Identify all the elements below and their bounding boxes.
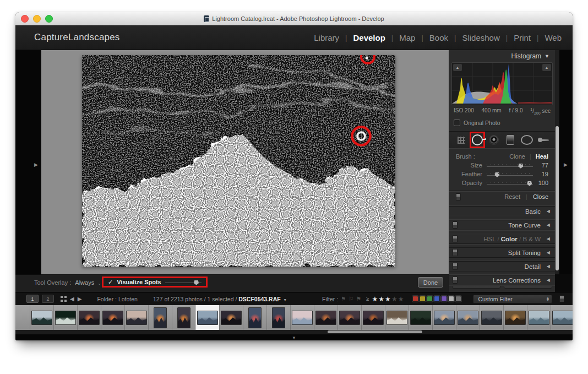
panel-header-detail[interactable]: Detail◀ bbox=[449, 261, 555, 272]
photo-thumbnail[interactable] bbox=[154, 307, 167, 328]
star-icon[interactable]: ★ bbox=[372, 295, 379, 303]
photo-thumbnail[interactable] bbox=[505, 311, 526, 325]
photo-thumbnail[interactable] bbox=[434, 311, 455, 325]
photo-thumbnail[interactable] bbox=[177, 307, 190, 328]
opacity-slider-thumb[interactable] bbox=[527, 181, 532, 186]
module-tab-develop[interactable]: Develop bbox=[353, 33, 385, 42]
reject-flag-icon[interactable]: ⚑ bbox=[356, 296, 361, 302]
filmstrip-cell[interactable] bbox=[101, 305, 124, 330]
histogram[interactable]: ▲ ▲ bbox=[451, 62, 553, 105]
pick-flag-icon[interactable]: ⚑ bbox=[341, 296, 346, 302]
opacity-slider[interactable] bbox=[487, 181, 533, 186]
expand-panel-icon[interactable]: ◀ bbox=[547, 278, 550, 283]
star-rating-filter[interactable]: ★★★★★ bbox=[372, 295, 405, 303]
photo-thumbnail[interactable] bbox=[79, 311, 100, 325]
histogram-panel-header[interactable]: Histogram ▼ bbox=[449, 50, 555, 62]
filmstrip-cell[interactable] bbox=[385, 305, 409, 330]
filmstrip-cell[interactable] bbox=[432, 305, 456, 330]
photo-thumbnail[interactable] bbox=[221, 311, 242, 325]
expand-left-panel-icon[interactable]: ▶ bbox=[34, 162, 38, 167]
module-tab-library[interactable]: Library bbox=[314, 33, 339, 42]
panel-switch-icon[interactable] bbox=[453, 235, 458, 242]
red-eye-tool[interactable] bbox=[488, 133, 500, 147]
size-slider-thumb[interactable] bbox=[518, 164, 523, 169]
spot-removal-tool[interactable] bbox=[471, 133, 483, 147]
photo-thumbnail[interactable] bbox=[481, 311, 502, 325]
panel-header-hsl-color-bw[interactable]: HSL / Color / B & W◀ bbox=[449, 234, 555, 244]
panel-header-tone-curve[interactable]: Tone Curve◀ bbox=[449, 220, 555, 230]
panel-switch-icon[interactable] bbox=[453, 263, 458, 270]
color-label-chip[interactable] bbox=[427, 296, 433, 302]
filmstrip-cell[interactable] bbox=[77, 305, 101, 330]
graduated-filter-tool[interactable] bbox=[504, 133, 516, 147]
filmstrip-cell[interactable] bbox=[243, 305, 266, 330]
unflagged-flag-icon[interactable]: ⚐ bbox=[349, 296, 353, 302]
brush-mode-clone[interactable]: Clone bbox=[509, 153, 525, 160]
highlight-clipping-toggle[interactable]: ▲ bbox=[542, 64, 551, 71]
photo-thumbnail[interactable] bbox=[31, 311, 52, 325]
color-label-chip[interactable] bbox=[455, 296, 461, 302]
filmstrip-cell[interactable] bbox=[124, 305, 148, 330]
shadow-clipping-toggle[interactable]: ▲ bbox=[453, 64, 462, 71]
left-panel-collapsed[interactable]: ▶ bbox=[15, 50, 41, 274]
panel-switch-icon[interactable] bbox=[453, 221, 458, 229]
radial-filter-tool[interactable] bbox=[521, 133, 533, 147]
original-photo-row[interactable]: Original Photo bbox=[449, 115, 555, 126]
panel-switch-icon[interactable] bbox=[453, 249, 458, 256]
star-icon[interactable]: ★ bbox=[391, 295, 398, 303]
visualize-spots-slider[interactable] bbox=[165, 280, 202, 285]
photo-thumbnail[interactable] bbox=[552, 311, 573, 325]
star-icon[interactable]: ★ bbox=[385, 295, 391, 303]
photo-thumbnail[interactable] bbox=[197, 311, 218, 325]
close-window-button[interactable] bbox=[21, 15, 29, 23]
tool-overlay-value[interactable]: Always bbox=[75, 279, 94, 286]
filmstrip-cell[interactable] bbox=[266, 305, 290, 330]
filmstrip-scroll-handle[interactable] bbox=[328, 330, 422, 333]
color-label-chip[interactable] bbox=[441, 296, 447, 302]
rating-compare-operator[interactable]: ≥ bbox=[366, 296, 369, 302]
module-tab-slideshow[interactable]: Slideshow bbox=[462, 33, 499, 42]
visualize-spots-photo[interactable] bbox=[82, 55, 395, 267]
color-label-chip[interactable] bbox=[412, 296, 418, 302]
module-tab-book[interactable]: Book bbox=[429, 33, 448, 42]
photo-thumbnail[interactable] bbox=[102, 311, 123, 325]
folder-breadcrumb[interactable]: Folder : Lofoten bbox=[97, 296, 138, 302]
filmstrip-cell[interactable] bbox=[30, 305, 53, 330]
next-photo-arrow-icon[interactable]: ▶ bbox=[78, 296, 82, 302]
done-button[interactable]: Done bbox=[418, 277, 443, 288]
panel-segment-color[interactable]: Color bbox=[501, 236, 518, 242]
photo-thumbnail[interactable] bbox=[292, 311, 313, 325]
star-icon[interactable]: ★ bbox=[398, 295, 405, 303]
photo-thumbnail[interactable] bbox=[458, 311, 478, 325]
photo-thumbnail[interactable] bbox=[410, 311, 431, 325]
primary-monitor-button[interactable]: 1 bbox=[26, 295, 39, 303]
filter-switch-icon[interactable] bbox=[559, 295, 564, 302]
tool-overlay-control[interactable]: Tool Overlay : Always ⌄ bbox=[34, 279, 101, 286]
collapse-filmstrip-icon[interactable]: ▼ bbox=[292, 335, 296, 340]
color-label-chip[interactable] bbox=[434, 296, 440, 302]
star-icon[interactable]: ★ bbox=[378, 295, 385, 303]
color-label-chip[interactable] bbox=[448, 296, 454, 302]
photo-thumbnail[interactable] bbox=[339, 311, 360, 325]
photo-thumbnail[interactable] bbox=[315, 311, 336, 325]
module-tab-web[interactable]: Web bbox=[545, 33, 562, 42]
filmstrip-cell[interactable] bbox=[480, 305, 503, 330]
expand-panel-icon[interactable]: ◀ bbox=[547, 223, 550, 227]
right-panel-scrollbar[interactable] bbox=[555, 50, 559, 274]
filmstrip-cell[interactable] bbox=[148, 305, 172, 330]
crop-overlay-tool[interactable] bbox=[455, 133, 467, 147]
photo-thumbnail[interactable] bbox=[272, 307, 285, 328]
custom-filter-dropdown[interactable]: Custom Filter ▲▼ bbox=[473, 295, 552, 303]
zoom-window-button[interactable] bbox=[45, 15, 53, 23]
photo-thumbnail[interactable] bbox=[386, 311, 407, 325]
color-label-chip[interactable] bbox=[420, 296, 426, 302]
photo-thumbnail[interactable] bbox=[248, 307, 262, 328]
filename-dropdown-icon[interactable]: ▾ bbox=[284, 297, 286, 302]
scrollbar-handle[interactable] bbox=[556, 126, 559, 270]
selection-status[interactable]: 127 of 2213 photos / 1 selected / DSCF05… bbox=[153, 296, 286, 302]
collapse-histogram-icon[interactable]: ▼ bbox=[545, 53, 549, 59]
spot-close-button[interactable]: Close bbox=[533, 193, 548, 200]
filmstrip-cell[interactable] bbox=[456, 305, 480, 330]
grid-view-icon[interactable] bbox=[61, 296, 67, 302]
expand-panel-icon[interactable]: ◀ bbox=[547, 209, 550, 214]
